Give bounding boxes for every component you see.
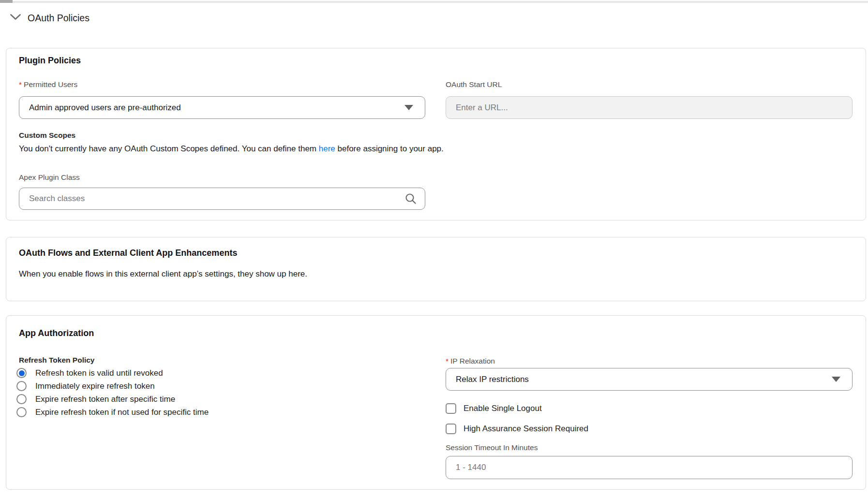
custom-scopes-label: Custom Scopes	[19, 131, 75, 140]
oauth-start-url-label: OAuth Start URL	[446, 80, 502, 89]
apex-plugin-class-search	[19, 188, 425, 210]
oauth-flows-heading: OAuth Flows and External Client App Enha…	[19, 248, 237, 258]
radio-icon[interactable]	[16, 407, 27, 417]
oauth-flows-description: When you enable flows in this external c…	[19, 268, 307, 280]
ip-relaxation-select[interactable]: Relax IP restrictions	[446, 368, 853, 391]
ip-relaxation-select-value: Relax IP restrictions	[456, 375, 529, 384]
high-assurance-session-checkbox-row[interactable]: High Assurance Session Required	[446, 423, 588, 434]
oauth-flows-card: OAuth Flows and External Client App Enha…	[6, 237, 866, 301]
checkbox-label: Enable Single Logout	[464, 404, 542, 413]
top-divider-segment	[0, 0, 13, 3]
required-asterisk: *	[446, 357, 449, 365]
custom-scopes-text: You don't currently have any OAuth Custo…	[19, 143, 444, 155]
required-asterisk: *	[19, 80, 22, 88]
permitted-users-label: *Permitted Users	[19, 80, 77, 89]
radio-option-label: Refresh token is valid until revoked	[35, 368, 163, 378]
top-divider	[0, 1, 868, 3]
checkbox-icon[interactable]	[446, 403, 456, 414]
plugin-policies-heading: Plugin Policies	[19, 56, 81, 66]
apex-plugin-class-label: Apex Plugin Class	[19, 173, 80, 182]
enable-single-logout-checkbox-row[interactable]: Enable Single Logout	[446, 403, 542, 414]
define-scopes-link[interactable]: here	[319, 144, 335, 153]
dropdown-caret-icon	[832, 377, 840, 382]
refresh-token-policy-label: Refresh Token Policy	[19, 356, 94, 365]
radio-option-label: Expire refresh token if not used for spe…	[35, 408, 209, 417]
permitted-users-select-value: Admin approved users are pre-authorized	[29, 103, 181, 113]
radio-option-label: Immediately expire refresh token	[35, 381, 155, 391]
permitted-users-select[interactable]: Admin approved users are pre-authorized	[19, 96, 425, 119]
refresh-token-policy-radio-group: Refresh token is valid until revoked Imm…	[16, 368, 209, 420]
section-title: OAuth Policies	[28, 13, 90, 24]
radio-icon[interactable]	[16, 368, 27, 378]
dropdown-caret-icon	[404, 105, 413, 110]
radio-icon[interactable]	[16, 394, 27, 404]
plugin-policies-card: Plugin Policies *Permitted Users Admin a…	[6, 48, 866, 220]
radio-icon[interactable]	[16, 381, 27, 391]
ip-relaxation-label: *IP Relaxation	[446, 357, 495, 366]
app-authorization-card: App Authorization Refresh Token Policy R…	[6, 315, 866, 490]
radio-option-valid-until-revoked[interactable]: Refresh token is valid until revoked	[16, 368, 209, 378]
chevron-down-icon[interactable]	[10, 14, 21, 22]
oauth-start-url-input	[446, 96, 853, 119]
checkbox-label: High Assurance Session Required	[464, 424, 588, 434]
session-timeout-label: Session Timeout In Minutes	[446, 443, 538, 452]
apex-plugin-class-search-input[interactable]	[19, 188, 425, 210]
oauth-policies-section-header[interactable]: OAuth Policies	[10, 12, 90, 24]
oauth-policies-screen: OAuth Policies Plugin Policies *Permitte…	[0, 0, 868, 498]
session-timeout-input[interactable]	[446, 456, 853, 479]
radio-option-immediately-expire[interactable]: Immediately expire refresh token	[16, 381, 209, 391]
app-authorization-heading: App Authorization	[19, 328, 94, 338]
radio-option-expire-after-time[interactable]: Expire refresh token after specific time	[16, 394, 209, 404]
radio-option-label: Expire refresh token after specific time	[35, 395, 175, 404]
checkbox-icon[interactable]	[446, 424, 456, 434]
radio-option-expire-if-unused[interactable]: Expire refresh token if not used for spe…	[16, 407, 209, 417]
